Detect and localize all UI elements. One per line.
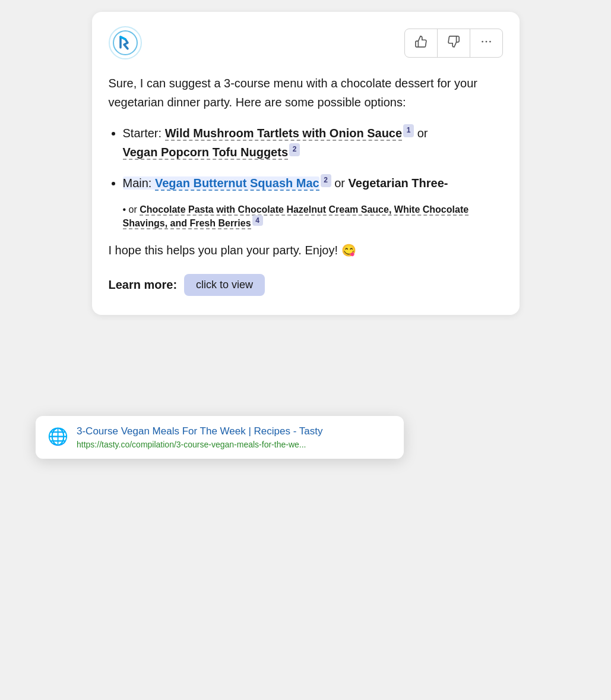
citation-badge-2[interactable]: 2	[289, 143, 300, 156]
or-text-2: or	[334, 176, 345, 190]
thumbsup-icon	[414, 35, 428, 51]
starter-link2[interactable]: Vegan Popcorn Tofu Nuggets	[123, 146, 289, 160]
list-item: Starter: Wild Mushroom Tartlets with Oni…	[123, 124, 503, 162]
closing-text: I hope this helps you plan your party. E…	[109, 241, 503, 260]
starter-link1[interactable]: Wild Mushroom Tartlets with Onion Sauce	[165, 127, 402, 141]
tooltip-card: 🌐 3-Course Vegan Meals For The Week | Re…	[36, 416, 404, 459]
svg-point-0	[109, 27, 141, 59]
chat-card: Sure, I can suggest a 3-course menu with…	[92, 12, 520, 315]
svg-point-2	[485, 40, 487, 42]
thumbsdown-button[interactable]	[438, 29, 470, 57]
more-options-button[interactable]	[470, 29, 502, 57]
tooltip-content: 3-Course Vegan Meals For The Week | Reci…	[77, 425, 323, 449]
list-item: Main: Vegan Butternut Squash Mac2 or Veg…	[123, 174, 503, 193]
action-buttons	[404, 29, 503, 58]
globe-icon: 🌐	[48, 427, 68, 446]
citation-badge-3[interactable]: 2	[321, 174, 331, 187]
menu-list: Starter: Wild Mushroom Tartlets with Oni…	[109, 124, 503, 193]
closing-content: I hope this helps you plan your party. E…	[109, 244, 356, 257]
main-highlight: Main: Vegan Butternut Squash Mac	[123, 176, 319, 190]
main-link2-partial: Vegetarian Three-	[349, 176, 448, 190]
intro-text: Sure, I can suggest a 3-course menu with…	[109, 74, 503, 112]
learn-more-section: Learn more: click to view	[109, 274, 503, 296]
learn-more-label: Learn more:	[109, 278, 178, 292]
or-text-1: or	[417, 127, 428, 140]
continuation-section: • or Chocolate Pasta with Chocolate Haze…	[109, 204, 503, 229]
tooltip-url: https://tasty.co/compilation/3-course-ve…	[77, 440, 323, 449]
click-to-view-button[interactable]: click to view	[184, 274, 265, 296]
citation-badge-4[interactable]: 4	[252, 215, 263, 226]
continuation-or: or	[129, 204, 140, 215]
starter-label: Starter:	[123, 127, 165, 140]
svg-point-3	[489, 40, 491, 42]
svg-point-1	[482, 40, 483, 42]
citation-badge-1[interactable]: 1	[403, 124, 414, 137]
more-options-icon	[480, 35, 493, 51]
dessert-link[interactable]: Chocolate Pasta with Chocolate Hazelnut …	[123, 204, 469, 229]
bing-logo	[109, 26, 142, 59]
thumbsdown-icon	[447, 35, 460, 51]
main-label: Main:	[123, 176, 155, 190]
tooltip-title[interactable]: 3-Course Vegan Meals For The Week | Reci…	[77, 425, 323, 437]
card-header	[109, 26, 503, 59]
or-text-3: •	[123, 204, 129, 215]
thumbsup-button[interactable]	[405, 29, 438, 57]
main-link1[interactable]: Vegan Butternut Squash Mac	[155, 176, 319, 191]
